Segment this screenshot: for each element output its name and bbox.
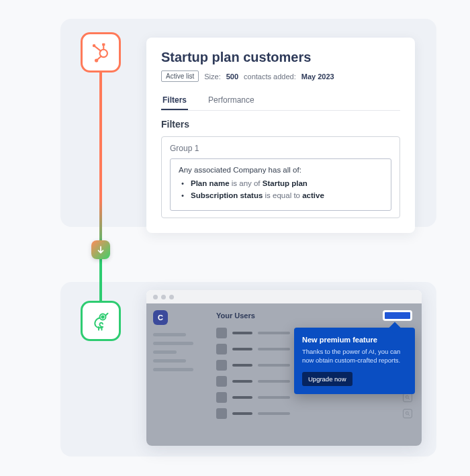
rule-op: is any of: [232, 179, 261, 187]
list-item[interactable]: [216, 408, 412, 419]
contacts-added-value: May 2023: [301, 73, 334, 81]
traffic-light-icon: [161, 295, 166, 299]
rule-field: Subscription status: [191, 191, 263, 199]
group-title: Group 1: [170, 144, 391, 153]
traffic-light-icon: [169, 295, 174, 299]
chameleon-icon: [81, 301, 121, 341]
size-value: 500: [226, 73, 238, 81]
sidebar-item[interactable]: [153, 350, 177, 354]
tab-performance[interactable]: Performance: [207, 91, 256, 110]
rule-field: Plan name: [191, 179, 230, 187]
feature-tooltip: New premium feature Thanks to the power …: [294, 328, 415, 394]
size-label: Size:: [204, 73, 220, 81]
app-sidebar: C: [146, 303, 207, 446]
app-main: Your Users New premium feature Thanks to…: [207, 303, 422, 446]
upgrade-now-button[interactable]: Upgrade now: [302, 372, 352, 386]
rule-op: is equal to: [265, 191, 300, 199]
hubspot-icon: [81, 32, 121, 73]
svg-rect-6: [102, 44, 105, 46]
browser-mock: C Your Users New premium fea: [146, 290, 422, 446]
rule-intro: Any associated Company has all of:: [179, 166, 383, 174]
tabs: Filters Performance: [161, 91, 400, 111]
sidebar-item[interactable]: [153, 342, 193, 345]
rule-item: Plan name is any of Startup plan: [187, 179, 383, 187]
svg-point-4: [93, 44, 96, 48]
sidebar-item[interactable]: [153, 333, 186, 336]
browser-titlebar: [146, 290, 422, 303]
svg-point-15: [406, 412, 408, 414]
rule-item: Subscription status is equal to active: [187, 191, 383, 199]
rule-box: Any associated Company has all of: Plan …: [170, 158, 391, 211]
tab-filters[interactable]: Filters: [161, 91, 188, 110]
list-meta: Active list Size: 500 contacts added: Ma…: [161, 70, 400, 82]
contacts-added-label: contacts added:: [244, 73, 296, 81]
svg-line-16: [408, 414, 410, 416]
search-icon[interactable]: [403, 409, 412, 418]
flow-arrow-icon: [91, 240, 110, 259]
filter-group: Group 1 Any associated Company has all o…: [161, 136, 400, 218]
rule-value: Startup plan: [263, 179, 308, 187]
rule-value: active: [302, 191, 324, 199]
active-list-badge: Active list: [161, 70, 199, 82]
avatar[interactable]: C: [153, 310, 168, 325]
search-icon[interactable]: [403, 393, 412, 402]
primary-action-button[interactable]: [383, 310, 412, 321]
svg-point-8: [101, 316, 103, 318]
svg-line-14: [408, 398, 410, 399]
traffic-light-icon: [153, 295, 158, 299]
tooltip-body: Thanks to the power of AI, you can now o…: [302, 348, 407, 365]
list-title: Startup plan customers: [161, 50, 400, 65]
tooltip-title: New premium feature: [302, 336, 407, 344]
filters-section-title: Filters: [161, 119, 400, 130]
list-card: Startup plan customers Active list Size:…: [146, 38, 415, 233]
flow-connector: [99, 73, 102, 302]
sidebar-item[interactable]: [153, 368, 193, 371]
sidebar-item[interactable]: [153, 359, 186, 363]
page-title: Your Users: [216, 312, 255, 320]
svg-point-13: [406, 395, 408, 398]
